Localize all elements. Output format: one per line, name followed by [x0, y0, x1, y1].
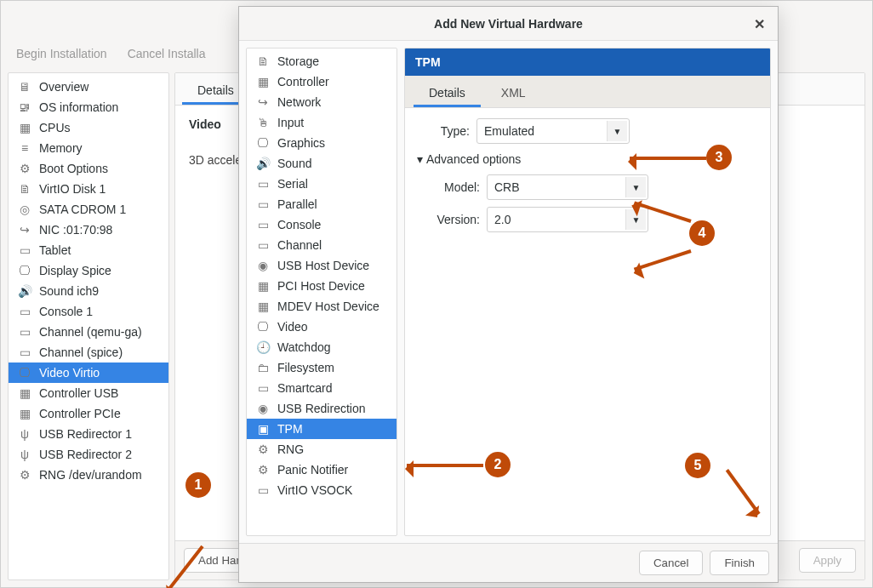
annotation-arrow-2: [407, 464, 483, 467]
hw-type-label: Console: [277, 218, 321, 231]
device-icon: ψ: [17, 426, 32, 442]
sidebar-item[interactable]: ▭Tablet: [9, 240, 168, 260]
hw-type-item[interactable]: ⚙RNG: [247, 439, 397, 460]
hw-type-item[interactable]: ◉USB Redirection: [247, 398, 397, 419]
cancel-button[interactable]: Cancel: [639, 551, 704, 575]
sidebar-item-label: OS information: [39, 100, 118, 114]
sidebar-item-label: NIC :01:70:98: [39, 223, 112, 237]
sidebar-item[interactable]: 🗎VirtIO Disk 1: [9, 179, 168, 199]
tab-tpm-xml[interactable]: XML: [486, 81, 541, 107]
apply-button[interactable]: Apply: [799, 548, 856, 573]
device-icon: 🗎: [17, 181, 32, 197]
hw-type-item[interactable]: ▭Parallel: [247, 194, 397, 214]
hw-type-icon: 🖵: [255, 319, 271, 334]
hw-type-item[interactable]: ▭Console: [247, 214, 397, 235]
dialog-footer: Cancel Finish: [239, 543, 778, 582]
annotation-badge-4: 4: [689, 220, 715, 246]
sidebar-item-label: SATA CDROM 1: [39, 203, 126, 216]
row-model: Model: CRB ▼: [427, 174, 758, 200]
hw-type-icon: ▭: [255, 237, 271, 253]
cancel-install-button[interactable]: Cancel Installa: [128, 47, 206, 60]
sidebar-item[interactable]: ▭Channel (qemu-ga): [9, 322, 168, 342]
label-model: Model:: [427, 180, 480, 194]
hw-type-item[interactable]: ▦MDEV Host Device: [247, 296, 397, 317]
hw-type-label: MDEV Host Device: [277, 300, 379, 313]
hw-type-item[interactable]: 🖵Graphics: [247, 133, 397, 153]
hw-type-item[interactable]: ▭VirtIO VSOCK: [247, 480, 397, 500]
hw-type-item[interactable]: ▭Serial: [247, 174, 397, 194]
finish-button[interactable]: Finish: [710, 551, 769, 575]
sidebar-item[interactable]: ▦Controller PCIe: [9, 403, 168, 424]
sidebar-item[interactable]: ▭Channel (spice): [9, 342, 168, 363]
select-type-value: Emulated: [484, 124, 534, 138]
sidebar-item[interactable]: 🖵Video Virtio: [9, 363, 168, 383]
hw-type-label: Smartcard: [277, 381, 333, 395]
device-icon: 🖳: [17, 100, 32, 115]
sidebar-item[interactable]: ⚙Boot Options: [9, 158, 168, 179]
sidebar-item-label: Channel (qemu-ga): [39, 325, 142, 339]
device-icon: ▦: [17, 385, 32, 401]
hw-type-item[interactable]: ↪Network: [247, 92, 397, 112]
select-type[interactable]: Emulated ▼: [476, 118, 630, 144]
hw-type-icon: 🗎: [255, 54, 271, 69]
hw-type-item[interactable]: ⚙Panic Notifier: [247, 460, 397, 480]
select-model-value: CRB: [494, 180, 520, 194]
sidebar-item[interactable]: ▭Console 1: [9, 301, 168, 322]
sidebar-item[interactable]: ψUSB Redirector 2: [9, 444, 168, 465]
hw-type-label: Parallel: [277, 197, 317, 211]
hw-type-item[interactable]: ▭Smartcard: [247, 378, 397, 398]
chevron-down-icon: ▼: [607, 121, 627, 141]
device-icon: ≡: [17, 140, 32, 156]
hw-type-item[interactable]: 🗎Storage: [247, 51, 397, 71]
sidebar-item-label: Display Spice: [39, 264, 111, 277]
sidebar-item[interactable]: ▦CPUs: [9, 117, 168, 138]
hw-type-item[interactable]: 🖵Video: [247, 317, 397, 337]
sidebar-item[interactable]: ⚙RNG /dev/urandom: [9, 465, 168, 485]
sidebar-item[interactable]: ≡Memory: [9, 138, 168, 158]
sidebar-item[interactable]: ▦Controller USB: [9, 383, 168, 403]
sidebar-item-label: Video Virtio: [39, 366, 100, 380]
hw-type-item[interactable]: ◉USB Host Device: [247, 255, 397, 276]
sidebar-item[interactable]: ↪NIC :01:70:98: [9, 220, 168, 240]
hw-type-item[interactable]: ▦Controller: [247, 71, 397, 92]
select-model[interactable]: CRB ▼: [487, 174, 648, 200]
sidebar-item[interactable]: 🔊Sound ich9: [9, 281, 168, 301]
hw-type-item[interactable]: ▦PCI Host Device: [247, 276, 397, 296]
tab-tpm-details[interactable]: Details: [414, 81, 481, 107]
device-icon: ▭: [17, 324, 32, 340]
device-icon: ↪: [17, 222, 32, 237]
begin-install-button[interactable]: Begin Installation: [16, 47, 107, 60]
hw-type-label: Graphics: [277, 136, 325, 150]
annotation-badge-3: 3: [706, 145, 732, 170]
device-icon: ▭: [17, 243, 32, 258]
sidebar-item-label: RNG /dev/urandom: [39, 468, 142, 482]
hw-type-icon: ▭: [255, 380, 271, 396]
device-icon: 🔊: [17, 283, 32, 299]
hw-type-label: Watchdog: [277, 340, 331, 354]
close-icon[interactable]: ✕: [749, 14, 769, 34]
device-icon: ▭: [17, 304, 32, 319]
hw-type-item[interactable]: ▣TPM: [247, 419, 397, 439]
hw-type-item[interactable]: 🕘Watchdog: [247, 337, 397, 357]
hw-type-item[interactable]: ▭Channel: [247, 235, 397, 255]
hw-type-item[interactable]: 🔊Sound: [247, 153, 397, 174]
sidebar-item-label: Memory: [39, 141, 83, 155]
sidebar-item[interactable]: 🖵Display Spice: [9, 260, 168, 281]
hw-type-item[interactable]: 🗀Filesystem: [247, 357, 397, 378]
select-version-value: 2.0: [494, 213, 511, 226]
hw-type-label: VirtIO VSOCK: [277, 483, 352, 497]
device-icon: ◎: [17, 202, 32, 217]
advanced-label: Advanced options: [426, 152, 521, 166]
sidebar-item-label: USB Redirector 1: [39, 427, 132, 441]
device-sidebar[interactable]: 🖥Overview🖳OS information▦CPUs≡Memory⚙Boo…: [8, 72, 169, 580]
hw-type-item[interactable]: 🖱Input: [247, 112, 397, 133]
annotation-badge-1: 1: [185, 472, 211, 498]
annotation-arrow-3: [630, 157, 706, 160]
sidebar-item[interactable]: ◎SATA CDROM 1: [9, 199, 168, 220]
hw-type-icon: ▭: [255, 217, 271, 232]
sidebar-item[interactable]: 🖥Overview: [9, 77, 168, 97]
sidebar-item[interactable]: ψUSB Redirector 1: [9, 424, 168, 444]
hardware-type-list[interactable]: 🗎Storage▦Controller↪Network🖱Input🖵Graphi…: [246, 48, 397, 536]
sidebar-item[interactable]: 🖳OS information: [9, 97, 168, 117]
hw-type-icon: ▣: [255, 421, 271, 437]
